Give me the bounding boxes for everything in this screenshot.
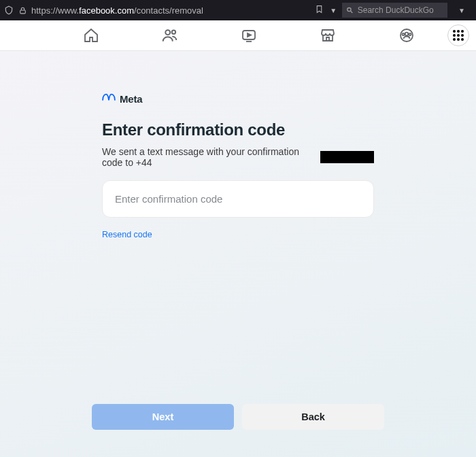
browser-search-input[interactable] [358, 5, 443, 15]
back-button[interactable]: Back [242, 404, 384, 430]
browser-address-bar: https://www.facebook.com/contacts/remova… [0, 0, 476, 20]
menu-grid-button[interactable] [447, 24, 469, 46]
home-icon[interactable] [82, 26, 101, 45]
next-button[interactable]: Next [92, 404, 234, 430]
svg-point-10 [409, 33, 411, 35]
redacted-phone [320, 151, 374, 163]
facebook-top-nav [0, 20, 476, 51]
subtext-copy: We sent a text message with your confirm… [102, 146, 318, 168]
url-domain: facebook.com [79, 5, 134, 16]
svg-point-9 [402, 33, 404, 35]
watch-icon[interactable] [239, 26, 258, 45]
resend-code-link[interactable]: Resend code [102, 230, 152, 239]
url-display[interactable]: https://www.facebook.com/contacts/remova… [31, 5, 203, 16]
page-subtext: We sent a text message with your confirm… [102, 146, 374, 168]
confirmation-code-input[interactable] [102, 180, 374, 218]
chevron-down-icon[interactable]: ▼ [452, 7, 472, 14]
svg-point-3 [165, 30, 170, 35]
bookmark-icon[interactable] [315, 5, 324, 16]
meta-logo-icon [102, 92, 116, 105]
browser-search-box[interactable] [342, 3, 447, 18]
url-prefix: https://www. [31, 5, 79, 16]
svg-point-8 [405, 33, 409, 36]
meta-brand: Meta [102, 92, 374, 105]
svg-point-4 [172, 30, 175, 33]
button-row: Next Back [92, 404, 384, 430]
search-icon [346, 6, 354, 14]
meta-brand-text: Meta [120, 93, 142, 105]
friends-icon[interactable] [160, 26, 180, 45]
svg-rect-0 [20, 10, 25, 13]
chevron-down-icon[interactable]: ▼ [328, 7, 338, 14]
url-path: /contacts/removal [134, 5, 203, 16]
main-content: Meta Enter confirmation code We sent a t… [0, 51, 476, 457]
page-heading: Enter confirmation code [102, 120, 374, 139]
svg-line-2 [351, 11, 353, 13]
groups-icon[interactable] [397, 26, 416, 45]
svg-point-1 [347, 7, 351, 11]
grid-icon [453, 30, 464, 41]
marketplace-icon[interactable] [318, 26, 337, 45]
shield-icon[interactable] [4, 5, 14, 15]
lock-icon [18, 5, 27, 15]
